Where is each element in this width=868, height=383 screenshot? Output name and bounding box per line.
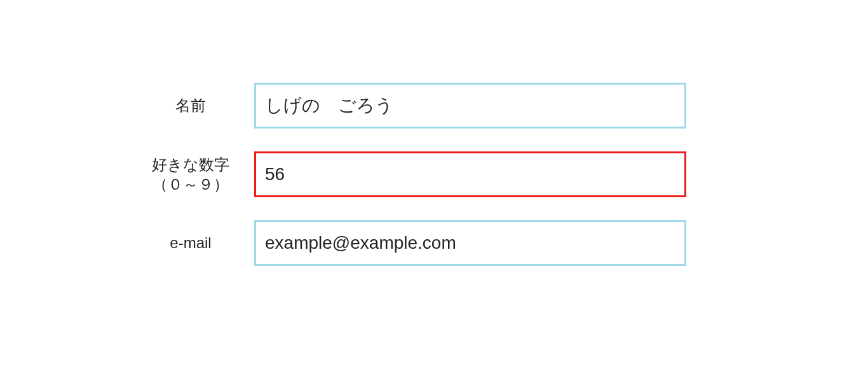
form-row-email: e-mail	[127, 220, 699, 266]
number-input[interactable]	[254, 151, 686, 197]
email-input[interactable]	[254, 220, 686, 266]
form-container: 名前 好きな数字（０～９） e-mail	[127, 83, 699, 266]
number-label: 好きな数字（０～９）	[127, 155, 254, 194]
name-input[interactable]	[254, 83, 686, 129]
form-row-number: 好きな数字（０～９）	[127, 151, 699, 197]
email-label: e-mail	[127, 233, 254, 253]
form-row-name: 名前	[127, 83, 699, 129]
name-label: 名前	[127, 95, 254, 115]
